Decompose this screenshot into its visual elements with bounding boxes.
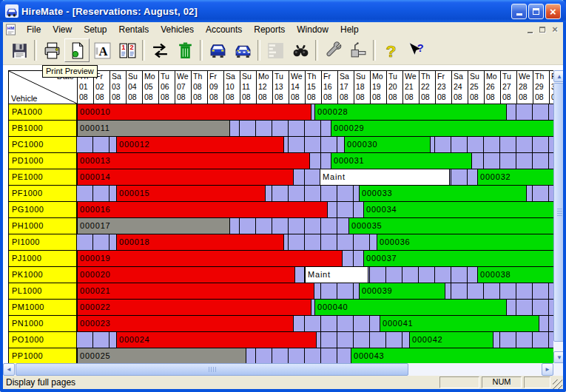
available-track[interactable]: 000013000031: [77, 153, 554, 169]
menu-item-accounts[interactable]: Accounts: [200, 23, 248, 36]
available-track[interactable]: 000018000036: [77, 234, 554, 251]
scroll-left-button[interactable]: ◄: [3, 363, 15, 376]
reservation-bar[interactable]: 000028: [314, 104, 507, 120]
horizontal-scrollbar[interactable]: ◄ ►: [3, 363, 553, 376]
available-track[interactable]: 000021000039: [77, 283, 554, 300]
menu-item-vehicles[interactable]: Vehicles: [155, 23, 200, 36]
menu-item-setup[interactable]: Setup: [78, 23, 112, 36]
rental-bar[interactable]: 000020: [77, 267, 295, 283]
available-track[interactable]: 000016000034: [77, 202, 554, 218]
mdi-close-button[interactable]: ×: [549, 24, 561, 35]
vertical-scroll-thumb[interactable]: [553, 83, 565, 342]
available-track[interactable]: 000012000030: [77, 137, 554, 153]
settings-button[interactable]: [346, 38, 371, 62]
context-help-button[interactable]: ?: [403, 38, 428, 62]
available-track[interactable]: 000011000029: [77, 121, 554, 137]
reservation-bar[interactable]: 000032: [477, 169, 554, 185]
help-button[interactable]: ?: [378, 38, 403, 62]
available-track[interactable]: 000022000040: [77, 300, 554, 316]
delete-button[interactable]: [172, 38, 198, 62]
available-track[interactable]: 000024000042: [77, 332, 554, 348]
print-button[interactable]: [39, 38, 64, 62]
day-number: 25: [470, 81, 484, 92]
unavailable-bar[interactable]: 000011: [77, 121, 230, 136]
vehicle-cell: PB1000: [9, 121, 77, 137]
reservation-bar[interactable]: 000037: [363, 251, 554, 266]
reservation-bar[interactable]: 000035: [348, 218, 554, 234]
reservation-bar[interactable]: 000042: [409, 332, 493, 348]
horizontal-scroll-thumb[interactable]: [16, 363, 408, 376]
day-of-week: Sa: [112, 71, 126, 81]
vehicle-cell: PM1000: [9, 300, 77, 316]
day-number: 08: [193, 81, 207, 92]
available-track[interactable]: 000014Maint000032: [77, 169, 554, 186]
available-track[interactable]: 000015000033: [77, 186, 554, 202]
save-button[interactable]: [7, 38, 32, 62]
date-header-cell: Fr2308: [436, 71, 452, 104]
reservation-bar[interactable]: 000031: [331, 153, 472, 169]
available-track[interactable]: 000025000043: [77, 348, 554, 365]
menu-item-file[interactable]: File: [21, 23, 47, 36]
reservation-bar[interactable]: 000040: [314, 300, 507, 315]
maintenance-bar[interactable]: Maint: [320, 169, 450, 185]
maximize-button[interactable]: [528, 4, 544, 19]
reservation-bar[interactable]: 000029: [331, 121, 554, 136]
vertical-scrollbar[interactable]: ▲ ▼: [553, 70, 565, 363]
mdi-restore-button[interactable]: [536, 24, 548, 35]
month-number: 08: [307, 92, 321, 102]
unavailable-bar[interactable]: 000017: [77, 218, 230, 234]
rental-bar[interactable]: 000010: [77, 104, 311, 120]
minimize-button[interactable]: [511, 4, 527, 19]
rental-bar[interactable]: 000013: [77, 153, 310, 169]
scroll-up-button[interactable]: ▲: [553, 70, 565, 82]
mdi-minimize-button[interactable]: [524, 24, 536, 35]
reservation-bar[interactable]: 000038: [477, 267, 554, 283]
scroll-right-button[interactable]: ►: [542, 363, 553, 376]
rental-bar[interactable]: 000021: [77, 283, 314, 299]
menu-item-window[interactable]: Window: [291, 23, 334, 36]
reservation-bar[interactable]: 000041: [380, 316, 539, 331]
rental-bar[interactable]: 000024: [116, 332, 317, 348]
menu-item-reports[interactable]: Reports: [248, 23, 291, 36]
available-track[interactable]: 000019000037: [77, 251, 554, 267]
reservation-bar[interactable]: 000036: [377, 234, 554, 250]
rental-bar[interactable]: 000019: [77, 251, 343, 266]
available-track[interactable]: 000020Maint000038: [77, 267, 554, 283]
available-track[interactable]: 000010000028: [77, 104, 554, 121]
vehicle-lookup-button[interactable]: [230, 38, 255, 62]
transfer-button[interactable]: [147, 38, 172, 62]
available-track[interactable]: 000023000041: [77, 316, 554, 332]
scroll-down-button[interactable]: ▼: [553, 351, 565, 363]
reservation-bar[interactable]: 000030: [344, 137, 431, 152]
reservation-bar[interactable]: 000039: [359, 283, 445, 299]
font-button[interactable]: A: [90, 38, 115, 62]
close-button[interactable]: ×: [545, 4, 561, 19]
available-track[interactable]: 000017000035: [77, 218, 554, 234]
find-button[interactable]: [288, 38, 313, 62]
rental-bar[interactable]: 000016: [77, 202, 328, 217]
grid-row: PE1000000014Maint000032: [9, 169, 555, 186]
day-of-week: We: [405, 71, 419, 81]
menu-item-help[interactable]: Help: [334, 23, 365, 36]
menu-item-view[interactable]: View: [47, 23, 78, 36]
resize-grip[interactable]: [553, 379, 562, 389]
rental-bar[interactable]: 000015: [116, 186, 266, 201]
rental-bar[interactable]: 000014: [77, 169, 294, 185]
date-header-cell: Sa0308: [110, 71, 127, 104]
vehicle-button[interactable]: [205, 38, 230, 62]
page-numbering-button[interactable]: 12: [115, 38, 140, 62]
maintenance-bar[interactable]: Maint: [305, 267, 368, 283]
rental-bar[interactable]: 000018: [116, 234, 284, 250]
rental-bar[interactable]: 000023: [77, 316, 294, 331]
rental-bar[interactable]: 000012: [116, 137, 284, 152]
rental-bar[interactable]: 000022: [77, 300, 311, 315]
print-preview-button[interactable]: [64, 38, 90, 62]
reservation-bar[interactable]: 000043: [351, 348, 554, 364]
date-header-cell: We0708: [175, 71, 192, 104]
unavailable-bar[interactable]: 000025: [77, 348, 246, 364]
tools-button[interactable]: [320, 38, 346, 62]
reservation-bar[interactable]: 000034: [363, 202, 554, 217]
reservation-bar[interactable]: 000033: [359, 186, 527, 201]
menu-item-rentals[interactable]: Rentals: [113, 23, 155, 36]
mdi-minimize-icon: [528, 32, 533, 33]
